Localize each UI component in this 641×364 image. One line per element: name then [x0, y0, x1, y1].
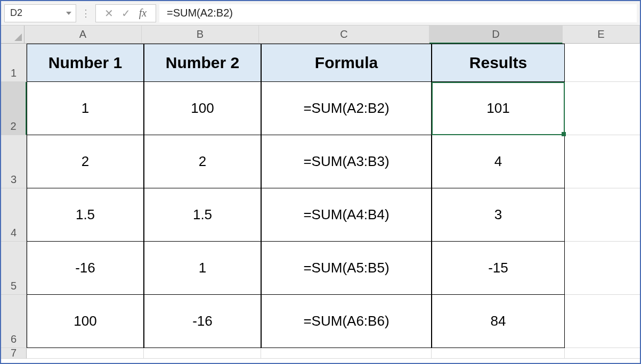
- cell-a1[interactable]: Number 1: [27, 44, 144, 82]
- cell-d2[interactable]: 101: [432, 82, 565, 135]
- cell-a2[interactable]: 1: [27, 82, 144, 135]
- row-header-6[interactable]: 6: [1, 295, 27, 348]
- table-row: -16 1 =SUM(A5:B5) -15: [27, 242, 641, 295]
- cancel-icon[interactable]: ✕: [101, 7, 116, 20]
- cell-c5[interactable]: =SUM(A5:B5): [261, 242, 432, 295]
- select-all-corner[interactable]: [1, 26, 25, 44]
- col-header-e[interactable]: E: [563, 26, 640, 44]
- row-header-1[interactable]: 1: [1, 44, 27, 82]
- col-header-b[interactable]: B: [142, 26, 259, 44]
- row-header-2[interactable]: 2: [1, 82, 27, 135]
- cell-d5[interactable]: -15: [432, 242, 565, 295]
- cell-c3[interactable]: =SUM(A3:B3): [261, 135, 432, 188]
- cell-e3[interactable]: [565, 135, 641, 188]
- table-row: [27, 348, 641, 359]
- cell-c7[interactable]: [261, 348, 432, 359]
- cell-c4[interactable]: =SUM(A4:B4): [261, 188, 432, 242]
- cell-a7[interactable]: [27, 348, 144, 359]
- cell-d6[interactable]: 84: [432, 295, 565, 348]
- cell-e2[interactable]: [565, 82, 641, 135]
- cell-a5[interactable]: -16: [27, 242, 144, 295]
- cell-a6[interactable]: 100: [27, 295, 144, 348]
- cell-b6[interactable]: -16: [144, 295, 261, 348]
- row-header-3[interactable]: 3: [1, 135, 27, 188]
- cell-b1[interactable]: Number 2: [144, 44, 261, 82]
- cell-a4[interactable]: 1.5: [27, 188, 144, 242]
- cells-area: Number 1 Number 2 Formula Results 1 100 …: [27, 44, 641, 359]
- col-header-d[interactable]: D: [429, 26, 563, 44]
- row-headers: 1 2 3 4 5 6 7: [1, 44, 27, 359]
- cell-d7[interactable]: [432, 348, 565, 359]
- col-header-a[interactable]: A: [25, 26, 142, 44]
- table-row: 1.5 1.5 =SUM(A4:B4) 3: [27, 188, 641, 242]
- cell-b4[interactable]: 1.5: [144, 188, 261, 242]
- cell-d1[interactable]: Results: [432, 44, 565, 82]
- col-header-c[interactable]: C: [259, 26, 429, 44]
- table-header-row: Number 1 Number 2 Formula Results: [27, 44, 641, 82]
- cell-e7[interactable]: [565, 348, 641, 359]
- vertical-dots-icon[interactable]: ⋮: [79, 9, 92, 18]
- cell-b2[interactable]: 100: [144, 82, 261, 135]
- name-box[interactable]: D2: [4, 4, 76, 22]
- table-row: 100 -16 =SUM(A6:B6) 84: [27, 295, 641, 348]
- spreadsheet-grid: A B C D E 1 2 3 4 5 6 7 Number 1 Number …: [1, 26, 640, 359]
- name-box-value: D2: [10, 7, 22, 19]
- row-header-4[interactable]: 4: [1, 188, 27, 242]
- fx-icon[interactable]: fx: [135, 7, 150, 19]
- cell-e5[interactable]: [565, 242, 641, 295]
- formula-input[interactable]: =SUM(A2:B2): [159, 4, 637, 22]
- cell-c6[interactable]: =SUM(A6:B6): [261, 295, 432, 348]
- column-headers: A B C D E: [25, 26, 640, 44]
- cell-c1[interactable]: Formula: [261, 44, 432, 82]
- row-header-7[interactable]: 7: [1, 348, 27, 359]
- formula-text: =SUM(A2:B2): [167, 7, 233, 19]
- row-header-5[interactable]: 5: [1, 242, 27, 295]
- cell-d3[interactable]: 4: [432, 135, 565, 188]
- table-row: 1 100 =SUM(A2:B2) 101: [27, 82, 641, 135]
- cell-b5[interactable]: 1: [144, 242, 261, 295]
- cell-c2[interactable]: =SUM(A2:B2): [261, 82, 432, 135]
- cell-b3[interactable]: 2: [144, 135, 261, 188]
- formula-bar: D2 ⋮ ✕ ✓ fx =SUM(A2:B2): [1, 1, 640, 26]
- cell-e6[interactable]: [565, 295, 641, 348]
- cell-d4[interactable]: 3: [432, 188, 565, 242]
- enter-icon[interactable]: ✓: [118, 7, 133, 20]
- cell-e4[interactable]: [565, 188, 641, 242]
- cell-b7[interactable]: [144, 348, 261, 359]
- chevron-down-icon[interactable]: [66, 12, 71, 15]
- cell-a3[interactable]: 2: [27, 135, 144, 188]
- cell-e1[interactable]: [565, 44, 641, 82]
- table-row: 2 2 =SUM(A3:B3) 4: [27, 135, 641, 188]
- formula-bar-buttons: ✕ ✓ fx: [95, 4, 156, 22]
